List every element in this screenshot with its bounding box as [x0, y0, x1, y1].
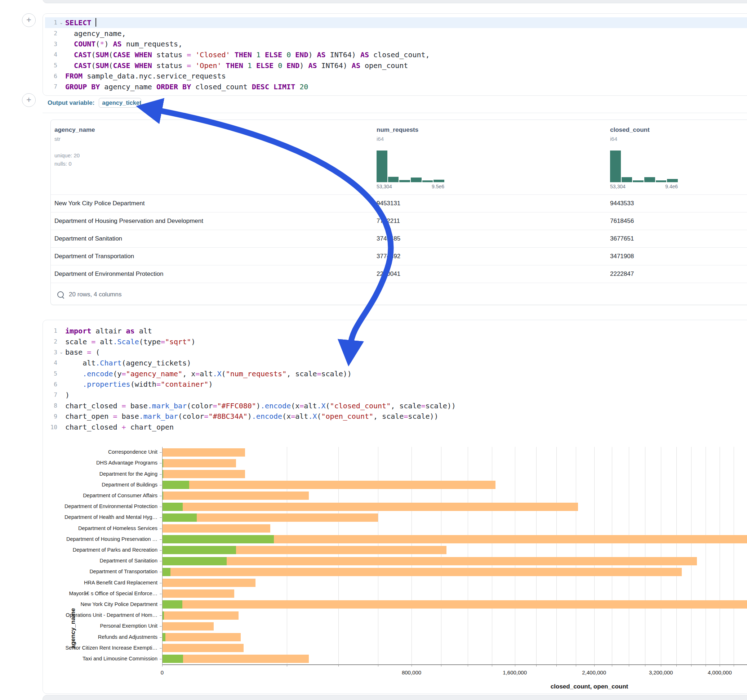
- table-row-count: 20 rows, 4 columns: [69, 291, 121, 298]
- table-row[interactable]: Department of Housing Preservation and D…: [51, 212, 747, 230]
- table-body: New York City Police Department945313194…: [51, 195, 747, 283]
- code-line[interactable]: 7GROUP BY agency_name ORDER BY closed_co…: [45, 81, 747, 92]
- bar-open-count[interactable]: [162, 503, 183, 511]
- y-axis-label: Department of Housing Preservation …: [40, 536, 157, 542]
- bar-closed-count[interactable]: [162, 459, 236, 468]
- code-line[interactable]: 5 CAST(SUM(CASE WHEN status = 'Open' THE…: [45, 60, 747, 71]
- bar-open-count[interactable]: [162, 557, 227, 565]
- bar-open-count[interactable]: [162, 633, 165, 641]
- code-line[interactable]: 1⌄SELECT: [45, 17, 747, 28]
- gridline: [515, 447, 515, 664]
- code-line[interactable]: 2 agency_name,: [45, 28, 747, 39]
- add-cell-button-below-sql[interactable]: +: [22, 93, 36, 107]
- table-row[interactable]: Department of Transportation377489234719…: [51, 247, 747, 265]
- bar-closed-count[interactable]: [162, 568, 682, 576]
- bar-closed-count[interactable]: [162, 557, 697, 565]
- y-axis-tick: [160, 474, 162, 475]
- y-axis-line: [162, 447, 163, 664]
- output-variable-row: Output variable: agency_tickets: [48, 98, 141, 108]
- code-line[interactable]: 4 alt.Chart(agency_tickets): [45, 358, 747, 368]
- bar-closed-count[interactable]: [162, 579, 256, 587]
- y-axis-label: Refunds and Adjustments: [40, 634, 157, 640]
- code-line[interactable]: 8chart_closed = base.mark_bar(color="#FF…: [45, 400, 747, 411]
- y-axis-tick: [160, 561, 162, 561]
- column-header[interactable]: agency_namestrunique: 20nulls: 0: [51, 120, 373, 195]
- code-line[interactable]: 6 .properties(width="container"): [45, 379, 747, 389]
- code-line[interactable]: 6FROM sample_data.nyc.service_requests: [45, 71, 747, 81]
- gridline: [645, 447, 646, 664]
- bar-open-count[interactable]: [162, 600, 182, 608]
- bar-open-count[interactable]: [162, 513, 197, 522]
- y-axis-label: Personal Exemption Unit: [40, 623, 157, 629]
- search-icon[interactable]: [57, 291, 64, 298]
- table-header: agency_namestrunique: 20nulls: 0num_requ…: [51, 120, 747, 195]
- y-axis-title: agency_name: [70, 589, 77, 668]
- gridline: [612, 447, 612, 664]
- bar-closed-count[interactable]: [162, 622, 214, 631]
- table-row[interactable]: New York City Police Department945313194…: [51, 195, 747, 212]
- y-axis-tick: [160, 583, 162, 583]
- y-axis-label: New York City Police Department: [40, 601, 157, 607]
- column-histogram: [610, 151, 678, 182]
- y-axis-tick: [160, 626, 162, 626]
- bar-open-count[interactable]: [162, 535, 274, 543]
- x-axis-tick-label: 800,000: [402, 669, 421, 676]
- bar-closed-count[interactable]: [162, 448, 245, 457]
- code-line[interactable]: 1import altair as alt: [45, 326, 747, 336]
- fold-caret-icon[interactable]: ⌄: [57, 20, 65, 25]
- bar-closed-count[interactable]: [162, 524, 270, 533]
- bar-closed-count[interactable]: [162, 492, 309, 500]
- chart-plot-area: [162, 447, 747, 664]
- code-line[interactable]: 4 CAST(SUM(CASE WHEN status = 'Closed' T…: [45, 49, 747, 60]
- bar-closed-count[interactable]: [162, 655, 309, 663]
- y-axis-tick: [160, 637, 162, 638]
- table-row[interactable]: Department of Sanitation37494853677651: [51, 230, 747, 247]
- column-header[interactable]: num_requestsi6453,3049.5e6: [373, 120, 606, 195]
- gridline: [720, 447, 720, 664]
- code-line[interactable]: 2scale = alt.Scale(type="sqrt"): [45, 336, 747, 347]
- bar-open-count[interactable]: [162, 655, 183, 663]
- bar-open-count[interactable]: [162, 481, 189, 489]
- x-axis-tick-label: 2,400,000: [582, 669, 606, 676]
- sql-cell: 1⌄SELECT 2 agency_name,3 COUNT(*) AS num…: [42, 13, 747, 96]
- code-line[interactable]: 3⌄base = (: [45, 347, 747, 358]
- y-axis-tick: [160, 594, 162, 594]
- bar-closed-count[interactable]: [162, 503, 578, 511]
- y-axis-tick: [160, 496, 162, 496]
- gridline: [661, 447, 661, 664]
- gridline: [576, 447, 576, 664]
- x-axis-tick-label: 4,000,000: [708, 669, 732, 676]
- bar-closed-count[interactable]: [162, 470, 245, 478]
- y-axis-label: DHS Advantage Programs: [40, 460, 157, 466]
- bar-closed-count[interactable]: [162, 633, 241, 641]
- bar-open-count[interactable]: [162, 546, 236, 554]
- code-line[interactable]: 10chart_closed + chart_open: [45, 422, 747, 433]
- code-line[interactable]: 3 COUNT(*) AS num_requests,: [45, 39, 747, 49]
- next-cell-edge: [42, 695, 747, 700]
- bar-closed-count[interactable]: [162, 590, 234, 598]
- gridline: [441, 447, 442, 664]
- y-axis-label: Department of Transportation: [40, 569, 157, 574]
- gridline: [536, 447, 537, 664]
- y-axis-tick: [160, 605, 162, 605]
- gridline: [411, 447, 412, 664]
- y-axis-label: Department of Homeless Services: [40, 525, 157, 531]
- sql-result-table: agency_namestrunique: 20nulls: 0num_requ…: [50, 119, 747, 305]
- bar-closed-count[interactable]: [162, 644, 243, 652]
- output-variable-chip[interactable]: agency_tickets: [99, 98, 141, 108]
- table-row[interactable]: Department of Environmental Protection22…: [51, 265, 747, 283]
- code-line[interactable]: 7): [45, 389, 747, 400]
- python-cell: 1import altair as alt2scale = alt.Scale(…: [42, 320, 747, 694]
- code-line[interactable]: 5 .encode(y="agency_name", x=alt.X("num_…: [45, 368, 747, 379]
- bar-open-count[interactable]: [162, 568, 171, 576]
- python-code-editor[interactable]: 1import altair as alt2scale = alt.Scale(…: [45, 326, 747, 433]
- bar-closed-count[interactable]: [162, 611, 239, 620]
- column-header[interactable]: closed_counti6453,3049.4e6: [606, 120, 747, 195]
- add-cell-button-top[interactable]: +: [22, 13, 36, 27]
- code-line[interactable]: 9chart_open = base.mark_bar(color="#8BC3…: [45, 411, 747, 422]
- bar-closed-count[interactable]: [162, 600, 747, 608]
- fold-caret-icon[interactable]: ⌄: [57, 350, 65, 355]
- bar-closed-count[interactable]: [162, 481, 496, 489]
- y-axis-label: Department of Sanitation: [40, 558, 157, 564]
- sql-code-editor[interactable]: 1⌄SELECT 2 agency_name,3 COUNT(*) AS num…: [45, 17, 747, 92]
